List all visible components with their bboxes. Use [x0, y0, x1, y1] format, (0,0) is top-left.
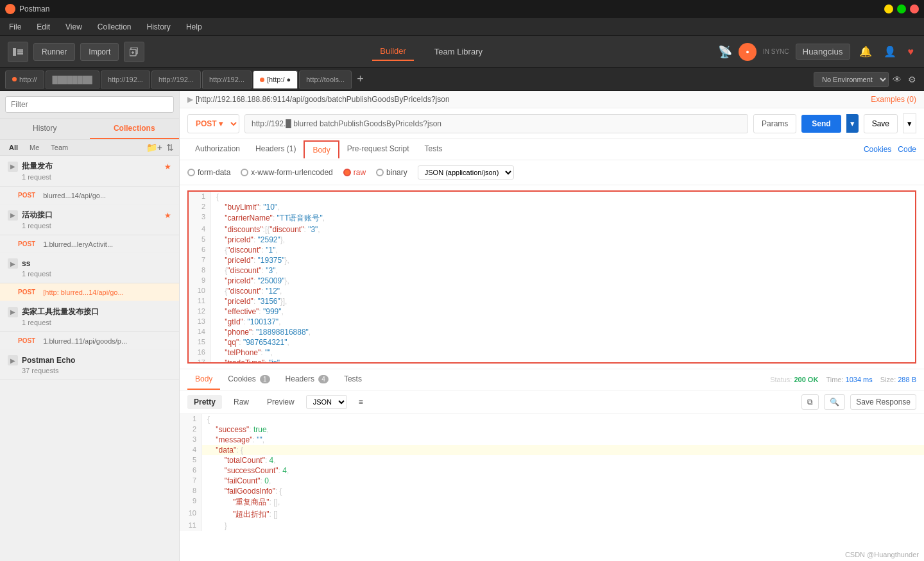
team-library-tab[interactable]: Team Library	[427, 42, 490, 61]
menu-history[interactable]: History	[143, 20, 175, 34]
filter-me[interactable]: Me	[26, 142, 43, 153]
resp-tab-headers[interactable]: Headers 4	[278, 369, 336, 390]
svg-rect-3	[17, 53, 23, 54]
svg-rect-0	[13, 48, 16, 56]
tab-5[interactable]: [http:/ ●	[253, 71, 298, 88]
req-item-1-0[interactable]: POST 1.blurred...leryActivit...	[0, 235, 179, 253]
env-eye-button[interactable]: 👁	[890, 72, 904, 87]
urlencoded-option[interactable]: x-www-form-urlencoded	[241, 168, 332, 177]
url-input[interactable]	[244, 114, 748, 133]
collection-icon-1: ▶	[8, 210, 18, 221]
req-item-2-0[interactable]: POST [http: blurred...14/api/go...	[0, 283, 179, 301]
menu-view[interactable]: View	[62, 20, 86, 34]
import-button[interactable]: Import	[80, 43, 119, 61]
profile-button[interactable]: 👤	[881, 43, 899, 60]
tab-dot-0	[12, 77, 17, 81]
tab-label-5: [http:/ ●	[267, 76, 291, 83]
tab-0[interactable]: http://	[5, 71, 44, 88]
copy-response-button[interactable]: ⧉	[801, 394, 819, 410]
save-response-button[interactable]: Save Response	[850, 394, 916, 410]
environment-select[interactable]: No Environment	[814, 72, 889, 87]
form-data-option[interactable]: form-data	[187, 168, 230, 177]
close-button[interactable]	[910, 4, 919, 13]
add-tab-button[interactable]: +	[353, 72, 368, 86]
builder-tab[interactable]: Builder	[372, 42, 413, 61]
svg-rect-2	[17, 51, 23, 53]
json-type-select[interactable]: JSON (application/json)	[418, 165, 514, 180]
collection-star-0[interactable]: ★	[164, 162, 171, 171]
env-gear-button[interactable]: ⚙	[905, 72, 919, 87]
sidebar-search-area	[0, 91, 179, 119]
resp-tab-body[interactable]: Body	[187, 369, 220, 390]
sidebar-tab-history[interactable]: History	[0, 119, 90, 139]
resp-line-4: 4 "data": {	[180, 445, 924, 455]
req-tab-pre[interactable]: Pre-request Script	[339, 139, 417, 160]
save-dropdown-button[interactable]: ▾	[903, 113, 916, 133]
raw-button[interactable]: Raw	[227, 395, 255, 409]
send-dropdown-button[interactable]: ▾	[846, 114, 859, 133]
tab-2[interactable]: http://192...	[101, 71, 150, 88]
line-content-3: "carrierName": "TT语音账号",	[211, 212, 915, 224]
collection-count-0: 1 request	[8, 173, 171, 181]
window-controls[interactable]	[884, 4, 919, 13]
examples-link[interactable]: Examples (0)	[871, 95, 916, 104]
collection-item-4[interactable]: ▶ Postman Echo 37 requests	[0, 350, 179, 380]
filter-team[interactable]: Team	[47, 142, 72, 153]
pretty-button[interactable]: Pretty	[187, 395, 222, 409]
response-format-select[interactable]: JSON	[306, 395, 347, 409]
runner-button[interactable]: Runner	[33, 43, 75, 61]
user-button[interactable]: Huangcius	[796, 44, 850, 60]
tab-6[interactable]: http://tools...	[299, 71, 352, 88]
req-tab-tests[interactable]: Tests	[416, 139, 450, 160]
tab-1[interactable]: ████████	[46, 71, 99, 88]
menu-collection[interactable]: Collection	[94, 20, 135, 34]
collection-item-2[interactable]: ▶ ss 1 request	[0, 253, 179, 283]
notification-button[interactable]: 🔔	[857, 43, 875, 60]
menu-help[interactable]: Help	[182, 20, 206, 34]
filter-all[interactable]: All	[5, 142, 22, 153]
raw-option[interactable]: raw	[343, 168, 366, 177]
req-item-3-0[interactable]: POST 1.blurred..11/api/goods/p...	[0, 332, 179, 350]
right-panel: ▶ [http://192.168.188.86:9114/api/goods/…	[180, 91, 924, 561]
req-tab-auth[interactable]: Authorization	[187, 139, 248, 160]
code-link[interactable]: Code	[898, 145, 916, 154]
cookies-link[interactable]: Cookies	[864, 145, 891, 154]
wrap-button[interactable]: ≡	[352, 395, 370, 409]
tab-label-3: http://192...	[158, 76, 194, 83]
collection-item-0[interactable]: ▶ 批量发布 ★ 1 request	[0, 156, 179, 187]
collection-item-1[interactable]: ▶ 活动接口 ★ 1 request	[0, 205, 179, 235]
menu-edit[interactable]: Edit	[33, 20, 54, 34]
collection-icon-2: ▶	[8, 258, 18, 269]
req-tab-headers[interactable]: Headers (1)	[248, 139, 304, 160]
tab-3[interactable]: http://192...	[151, 71, 201, 88]
minimize-button[interactable]	[884, 4, 893, 13]
code-editor[interactable]: 1{2 "buyLimit": "10",3 "carrierName": "T…	[187, 190, 916, 364]
req-tab-body[interactable]: Body	[304, 140, 339, 158]
favorites-button[interactable]: ♥	[905, 44, 917, 60]
menu-file[interactable]: File	[5, 20, 25, 34]
resp-line-number-2: 2	[180, 424, 202, 435]
add-collection-button[interactable]: 📁+	[146, 142, 162, 153]
resp-tab-tests[interactable]: Tests	[336, 369, 370, 390]
binary-option[interactable]: binary	[376, 168, 407, 177]
collection-star-1[interactable]: ★	[164, 211, 171, 220]
resp-tab-cookies[interactable]: Cookies 1	[220, 369, 277, 390]
new-tab-button[interactable]	[124, 42, 144, 62]
breadcrumb-arrow: ▶	[187, 95, 193, 104]
sidebar-filter-input[interactable]	[5, 96, 174, 113]
send-button[interactable]: Send	[801, 115, 841, 133]
req-item-0-0[interactable]: POST blurred...14/api/go...	[0, 187, 179, 205]
request-line: POST ▾ Params Send ▾ Save ▾	[180, 108, 924, 139]
preview-button[interactable]: Preview	[261, 395, 301, 409]
search-response-button[interactable]: 🔍	[824, 394, 845, 410]
sidebar-tab-collections[interactable]: Collections	[90, 119, 180, 139]
method-select[interactable]: POST ▾	[187, 114, 239, 133]
save-button[interactable]: Save	[864, 114, 898, 133]
sidebar-toggle-button[interactable]	[8, 42, 28, 62]
sort-button[interactable]: ⇅	[166, 142, 174, 153]
maximize-button[interactable]	[897, 4, 906, 13]
collection-item-3[interactable]: ▶ 卖家工具批量发布接口 1 request	[0, 301, 179, 332]
line-content-17: "tradeType": "js",	[211, 358, 915, 364]
params-button[interactable]: Params	[753, 114, 796, 133]
tab-4[interactable]: http://192...	[202, 71, 252, 88]
